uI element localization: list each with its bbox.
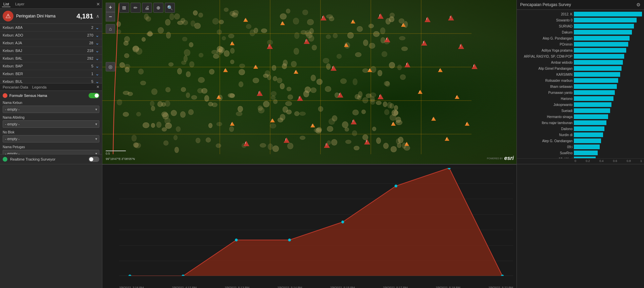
warning-marker[interactable]: !	[351, 119, 357, 125]
warning-marker[interactable]: !	[270, 117, 275, 123]
tab-layer[interactable]: Layer	[14, 1, 26, 7]
warning-marker[interactable]: !	[230, 40, 235, 46]
warning-marker[interactable]: !	[418, 89, 423, 95]
warning-marker[interactable]: !	[401, 22, 406, 28]
warning-marker[interactable]: !	[472, 64, 478, 70]
warning-marker[interactable]: !	[257, 91, 263, 97]
warning-marker[interactable]: !	[364, 139, 370, 146]
warning-marker[interactable]: !	[378, 94, 384, 100]
right-panel-gear-icon[interactable]: ⚙	[636, 2, 641, 7]
warning-marker[interactable]: !	[448, 15, 454, 21]
layer-tool-button[interactable]: ⊕	[153, 3, 163, 13]
bar-row: Ambar widodo	[517, 59, 644, 65]
warning-marker[interactable]: !	[320, 15, 327, 21]
warning-marker[interactable]: !	[455, 94, 459, 100]
bar-label: 2012. K	[519, 12, 573, 16]
warning-marker[interactable]: !	[351, 18, 355, 24]
list-item[interactable]: Kebun: BAP 5 ⌄	[0, 62, 102, 70]
field-select-No Blok[interactable]: - empty -	[3, 135, 99, 142]
warning-marker[interactable]: !	[223, 67, 228, 73]
vegetation-dot	[142, 37, 146, 42]
vegetation-dot	[280, 83, 285, 89]
list-item[interactable]: Kebun: BUL 5 ⌄	[0, 78, 102, 83]
vegetation-dot	[311, 75, 315, 81]
chevron-down-icon[interactable]: ⌄	[95, 71, 99, 76]
warning-marker[interactable]: !	[431, 116, 436, 122]
tab-legenda[interactable]: Legenda	[32, 85, 47, 89]
axis-label: 0.6	[613, 159, 617, 163]
panel-close-icon[interactable]: ✕	[96, 2, 100, 7]
vegetation-dot	[303, 91, 309, 97]
warning-marker[interactable]: !	[253, 64, 258, 70]
vegetation-dot	[144, 14, 149, 20]
chevron-down-icon[interactable]: ⌄	[95, 25, 99, 30]
warning-marker[interactable]: !	[404, 62, 410, 68]
warning-marker[interactable]: !	[367, 67, 372, 73]
warning-marker[interactable]: !	[324, 142, 330, 149]
tab-list[interactable]: List	[2, 1, 10, 7]
list-item[interactable]: Kebun: ADO 270 ⌄	[0, 32, 102, 39]
warning-marker[interactable]: !	[391, 121, 396, 127]
grid-tool-button[interactable]: ⊞	[119, 3, 129, 13]
bar-fill	[574, 12, 642, 16]
warning-marker[interactable]: !	[445, 136, 449, 142]
warning-marker[interactable]: !	[267, 44, 273, 50]
tab-pencarian[interactable]: Pencarian Data	[3, 85, 28, 89]
warning-marker[interactable]: !	[337, 92, 343, 99]
zoom-out-button[interactable]: −	[106, 12, 115, 21]
list-item[interactable]: Kebun: AJA 28 ⌄	[0, 39, 102, 47]
warning-marker[interactable]: !	[304, 39, 310, 45]
vegetation-dot	[293, 18, 299, 24]
map-locate-button[interactable]: ◎	[106, 62, 115, 71]
field-select-Nama Kebun[interactable]: - empty -	[3, 106, 99, 113]
chevron-down-icon[interactable]: ⌄	[95, 33, 99, 38]
warning-marker[interactable]: !	[331, 65, 337, 72]
chevron-down-icon[interactable]: ⌄	[95, 40, 99, 46]
search-close-icon[interactable]: ✕	[96, 85, 99, 89]
warning-marker[interactable]: !	[310, 122, 315, 128]
warning-marker[interactable]: !	[378, 13, 384, 20]
warning-marker[interactable]: !	[243, 17, 248, 23]
list-item-count: 1	[83, 72, 93, 76]
list-item[interactable]: Kebun: ABA 2 ⌄	[0, 24, 102, 32]
warning-marker[interactable]: !	[438, 67, 443, 73]
zoom-in-button[interactable]: +	[106, 3, 115, 12]
chevron-down-icon[interactable]: ⌄	[95, 63, 99, 69]
warning-marker[interactable]: !	[421, 40, 427, 47]
warning-marker[interactable]: !	[280, 20, 285, 26]
vegetation-dot	[158, 27, 164, 34]
expand-button[interactable]: ∧	[96, 13, 99, 19]
list-item[interactable]: Kebun: BAJ 218 ⌄	[0, 47, 102, 55]
warning-marker[interactable]: !	[458, 44, 464, 50]
vegetation-dot	[263, 74, 268, 78]
tracking-toggle[interactable]	[89, 157, 99, 162]
warning-marker[interactable]: !	[216, 94, 221, 100]
chevron-down-icon[interactable]: ⌄	[95, 48, 99, 53]
vegetation-dot	[176, 126, 181, 132]
vegetation-dot	[299, 112, 306, 116]
map-home-button[interactable]: ⌂	[106, 24, 115, 34]
field-select-Nama Petugas[interactable]: - empty -	[3, 150, 99, 154]
warning-marker[interactable]: !	[465, 121, 469, 127]
vegetation-dot	[228, 34, 234, 38]
list-item[interactable]: Kebun: BAL 292 ⌄	[0, 55, 102, 62]
warning-marker[interactable]: !	[404, 141, 409, 147]
warning-marker[interactable]: !	[230, 121, 235, 127]
warning-marker[interactable]: !	[344, 42, 349, 48]
warning-marker[interactable]: !	[294, 69, 298, 75]
list-item[interactable]: Kebun: BER 1 ⌄	[0, 70, 102, 78]
warning-marker[interactable]: !	[384, 37, 390, 43]
search-tool-button[interactable]: 🔍	[165, 3, 175, 13]
warning-marker[interactable]: !	[284, 137, 290, 144]
chevron-down-icon[interactable]: ⌄	[95, 56, 99, 61]
bar-row: Hermanto sinaga	[517, 114, 644, 120]
warning-marker[interactable]: !	[243, 141, 249, 147]
hama-toggle[interactable]	[89, 93, 99, 98]
warning-marker[interactable]: !	[297, 96, 303, 102]
edit-tool-button[interactable]: ✏	[131, 3, 141, 13]
field-select-Nama Afdeling[interactable]: - empty -	[3, 120, 99, 128]
warning-marker[interactable]: !	[425, 17, 431, 23]
chevron-down-icon[interactable]: ⌄	[95, 79, 99, 83]
print-tool-button[interactable]: 🖨	[142, 3, 152, 13]
axis-label: 1	[640, 159, 642, 163]
